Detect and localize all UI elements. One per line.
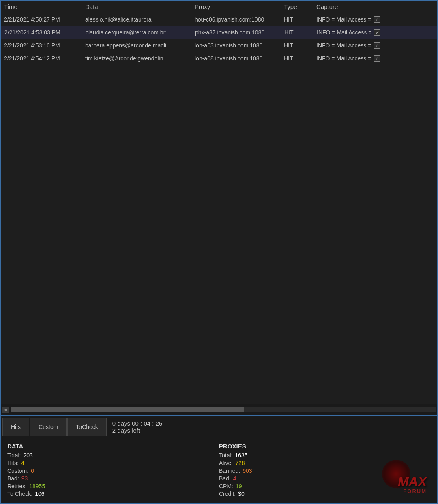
cell-data: alessio.nik@alice.it:aurora xyxy=(85,16,195,23)
watermark: MAX FORUM xyxy=(378,462,427,494)
cell-time: 2/21/2021 4:54:12 PM xyxy=(4,55,85,62)
cell-proxy: lon-a63.ipvanish.com:1080 xyxy=(195,42,284,49)
cell-time: 2/21/2021 4:50:27 PM xyxy=(4,16,85,23)
col-header-type: Type xyxy=(284,3,316,10)
tab-bar: Hits Custom ToCheck 0 days 00 : 04 : 26 … xyxy=(1,415,437,438)
cell-data: claudia.cerqueira@terra.com.br: xyxy=(86,29,195,36)
capture-text: INFO = Mail Access = xyxy=(317,29,371,36)
table-row[interactable]: 2/21/2021 4:53:03 PM claudia.cerqueira@t… xyxy=(1,26,437,39)
watermark-content: MAX FORUM xyxy=(398,475,427,494)
col-header-capture: Capture xyxy=(316,3,434,10)
cell-time: 2/21/2021 4:53:16 PM xyxy=(4,42,85,49)
table-row[interactable]: 2/21/2021 4:54:12 PM tim.kietze@Arcor.de… xyxy=(1,52,437,65)
cell-capture: INFO = Mail Access = xyxy=(316,42,434,49)
cell-proxy: phx-a37.ipvanish.com:1080 xyxy=(195,29,284,36)
proxy-total-label: Total: xyxy=(219,452,232,459)
table-body: 2/21/2021 4:50:27 PM alessio.nik@alice.i… xyxy=(1,13,437,401)
capture-text: INFO = Mail Access = xyxy=(316,55,371,62)
watermark-sub-text: FORUM xyxy=(398,488,427,494)
capture-text: INFO = Mail Access = xyxy=(316,16,371,23)
cell-data: barbara.eppens@arcor.de:madli xyxy=(85,42,195,49)
scrollbar-thumb[interactable] xyxy=(11,407,244,412)
cell-time: 2/21/2021 4:53:03 PM xyxy=(4,29,86,36)
total-value: 203 xyxy=(23,452,32,459)
proxy-total: Total: 1635 xyxy=(219,452,431,459)
tocheck-value: 106 xyxy=(35,491,44,497)
retries-value: 18955 xyxy=(29,483,45,489)
proxy-banned-value: 903 xyxy=(243,467,252,474)
proxy-total-value: 1635 xyxy=(235,452,247,459)
timer-remaining: 2 days left xyxy=(112,427,162,434)
stats-area: DATA Total: 203 Hits: 4 Custom: 0 Bad: 9… xyxy=(1,438,437,503)
capture-checkbox[interactable] xyxy=(374,42,380,49)
data-stats-title: DATA xyxy=(7,443,219,450)
table-row[interactable]: 2/21/2021 4:50:27 PM alessio.nik@alice.i… xyxy=(1,13,437,26)
scroll-left-arrow[interactable]: ◀ xyxy=(2,407,9,413)
proxy-credit-label: Credit: xyxy=(219,491,236,497)
cell-capture: INFO = Mail Access = xyxy=(316,16,434,23)
table-header: Time Data Proxy Type Capture xyxy=(1,1,437,13)
capture-checkbox[interactable] xyxy=(374,29,380,36)
proxy-alive-label: Alive: xyxy=(219,460,233,466)
proxy-bad-label: Bad: xyxy=(219,475,231,482)
cell-proxy: hou-c06.ipvanish.com:1080 xyxy=(195,16,284,23)
timer-elapsed: 0 days 00 : 04 : 26 xyxy=(112,420,162,427)
proxy-cpm-label: CPM: xyxy=(219,483,233,489)
proxy-bad-value: 4 xyxy=(233,475,236,482)
col-header-data: Data xyxy=(85,3,195,10)
cell-proxy: lon-a08.ipvanish.com:1080 xyxy=(195,55,284,62)
cell-type: HIT xyxy=(284,55,316,62)
bad-label: Bad: xyxy=(7,475,19,482)
capture-checkbox[interactable] xyxy=(374,16,380,23)
capture-checkbox[interactable] xyxy=(374,55,380,62)
cell-data: tim.kietze@Arcor.de:gwendolin xyxy=(85,55,195,62)
cell-type: HIT xyxy=(284,29,317,36)
proxy-banned-label: Banned: xyxy=(219,467,240,474)
tab-hits[interactable]: Hits xyxy=(2,418,29,436)
bad-value: 93 xyxy=(21,475,28,482)
cell-capture: INFO = Mail Access = xyxy=(317,29,434,36)
table-row[interactable]: 2/21/2021 4:53:16 PM barbara.eppens@arco… xyxy=(1,39,437,52)
proxies-stats: PROXIES Total: 1635 Alive: 728 Banned: 9… xyxy=(219,443,431,498)
stat-tocheck: To Check: 106 xyxy=(7,491,219,497)
data-stats: DATA Total: 203 Hits: 4 Custom: 0 Bad: 9… xyxy=(7,443,219,498)
retries-label: Retries: xyxy=(7,483,27,489)
stat-custom: Custom: 0 xyxy=(7,467,219,474)
watermark-main-text: MAX xyxy=(398,475,427,488)
stat-bad: Bad: 93 xyxy=(7,475,219,482)
stat-retries: Retries: 18955 xyxy=(7,483,219,489)
cell-type: HIT xyxy=(284,16,316,23)
col-header-proxy: Proxy xyxy=(195,3,284,10)
proxy-credit-value: $0 xyxy=(238,491,245,497)
horizontal-scrollbar[interactable]: ◀ xyxy=(1,404,437,415)
proxy-cpm-value: 19 xyxy=(236,483,242,489)
stat-hits: Hits: 4 xyxy=(7,460,219,466)
proxies-stats-title: PROXIES xyxy=(219,443,431,450)
custom-label: Custom: xyxy=(7,467,28,474)
tab-custom[interactable]: Custom xyxy=(30,418,67,436)
col-header-time: Time xyxy=(4,3,85,10)
cell-type: HIT xyxy=(284,42,316,49)
total-label: Total: xyxy=(7,452,21,459)
scrollbar-track[interactable] xyxy=(11,407,436,412)
capture-text: INFO = Mail Access = xyxy=(316,42,371,49)
main-container: Time Data Proxy Type Capture 2/21/2021 4… xyxy=(0,0,438,504)
hits-label: Hits: xyxy=(7,460,19,466)
custom-value: 0 xyxy=(31,467,34,474)
tab-tocheck[interactable]: ToCheck xyxy=(67,418,106,436)
tocheck-label: To Check: xyxy=(7,491,32,497)
hits-value: 4 xyxy=(21,460,24,466)
proxy-alive-value: 728 xyxy=(235,460,245,466)
timer-display: 0 days 00 : 04 : 26 2 days left xyxy=(112,418,162,436)
cell-capture: INFO = Mail Access = xyxy=(316,55,434,62)
table-area: Time Data Proxy Type Capture 2/21/2021 4… xyxy=(1,1,437,404)
stat-total: Total: 203 xyxy=(7,452,219,459)
